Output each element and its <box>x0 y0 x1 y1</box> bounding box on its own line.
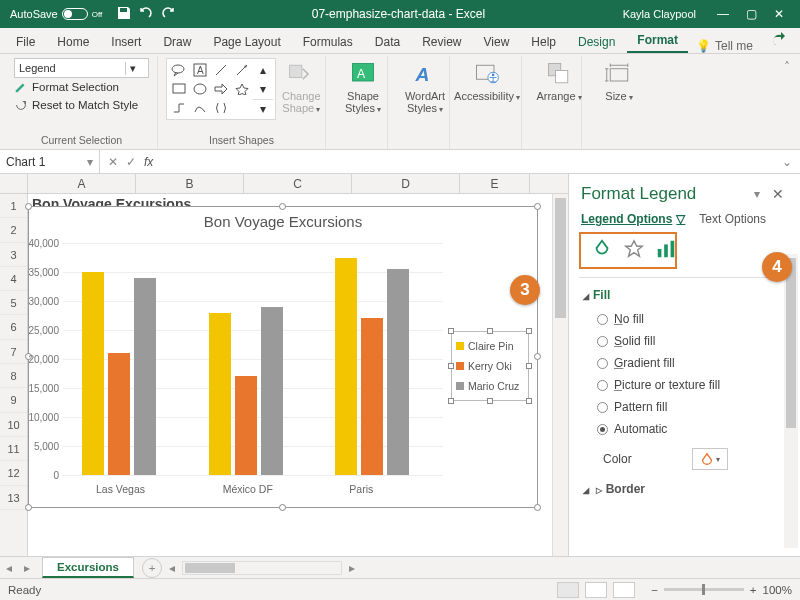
accessibility-button[interactable]: Accessibility <box>458 58 516 102</box>
sheet-nav-next-icon[interactable]: ▸ <box>18 561 36 575</box>
page-layout-view-icon[interactable] <box>585 582 607 598</box>
shape-arrow-icon[interactable] <box>232 61 252 79</box>
chart-element-dropdown[interactable]: Legend ▾ <box>14 58 149 78</box>
fill-option-radio[interactable]: Solid fill <box>583 330 786 352</box>
pane-tab-text-options[interactable]: Text Options <box>699 212 766 226</box>
cancel-formula-icon[interactable]: ✕ <box>108 155 118 169</box>
save-icon[interactable] <box>116 5 132 24</box>
legend-options-icon[interactable] <box>655 238 677 263</box>
gallery-more-icon[interactable]: ▾ <box>253 99 273 117</box>
row-header[interactable]: 5 <box>0 291 27 315</box>
col-header[interactable]: B <box>136 174 244 193</box>
shape-elbow-icon[interactable] <box>169 99 189 117</box>
plot-area[interactable] <box>63 243 443 475</box>
fill-option-radio[interactable]: Picture or texture fill <box>583 374 786 396</box>
bar[interactable] <box>335 258 357 476</box>
shape-oval-callout-icon[interactable] <box>169 61 189 79</box>
row-header[interactable]: 7 <box>0 340 27 364</box>
row-header[interactable]: 9 <box>0 388 27 412</box>
row-header[interactable]: 6 <box>0 315 27 339</box>
legend-item[interactable]: Mario Cruz <box>456 376 524 396</box>
pane-section-fill[interactable]: Fill <box>583 284 786 308</box>
minimize-icon[interactable]: — <box>716 7 730 21</box>
legend-item[interactable]: Claire Pin <box>456 336 524 356</box>
sheet-tab-excursions[interactable]: Excursions <box>42 557 134 578</box>
col-header[interactable]: A <box>28 174 136 193</box>
shape-textbox-icon[interactable]: A <box>190 61 210 79</box>
vertical-scrollbar[interactable] <box>552 194 568 556</box>
shape-brace-icon[interactable] <box>211 99 231 117</box>
tab-insert[interactable]: Insert <box>101 30 151 53</box>
pane-menu-icon[interactable]: ▾ <box>754 187 760 201</box>
row-header[interactable]: 8 <box>0 364 27 388</box>
tab-file[interactable]: File <box>6 30 45 53</box>
tab-help[interactable]: Help <box>521 30 566 53</box>
bar[interactable] <box>235 376 257 475</box>
fill-option-radio[interactable]: No fill <box>583 308 786 330</box>
tab-format[interactable]: Format <box>627 28 688 53</box>
row-header[interactable]: 11 <box>0 437 27 461</box>
pane-scrollbar[interactable] <box>784 254 798 548</box>
tab-pagelayout[interactable]: Page Layout <box>203 30 290 53</box>
bar[interactable] <box>387 269 409 475</box>
zoom-slider[interactable] <box>664 588 744 591</box>
col-header[interactable]: D <box>352 174 460 193</box>
fill-option-radio[interactable]: Automatic <box>583 418 786 440</box>
user-name[interactable]: Kayla Claypool <box>613 8 706 20</box>
bar[interactable] <box>108 353 130 475</box>
shape-rightarrow-icon[interactable] <box>211 80 231 98</box>
reset-style-button[interactable]: Reset to Match Style <box>14 96 149 114</box>
bar[interactable] <box>209 313 231 475</box>
worksheet[interactable]: A B C D E 1 2 3 4 5 6 7 8 9 10 11 12 13 … <box>0 174 568 556</box>
zoom-value[interactable]: 100% <box>763 584 792 596</box>
select-all-corner[interactable] <box>0 174 28 193</box>
fill-line-icon[interactable] <box>591 238 613 263</box>
embedded-chart[interactable]: Bon Voyage Excursions 05,00010,00015,000… <box>28 206 538 508</box>
legend-item[interactable]: Kerry Oki <box>456 356 524 376</box>
row-header[interactable]: 10 <box>0 413 27 437</box>
shape-freeform-icon[interactable] <box>190 99 210 117</box>
col-header[interactable]: E <box>460 174 530 193</box>
share-button[interactable] <box>762 26 794 53</box>
redo-icon[interactable] <box>160 5 176 24</box>
sheet-nav-prev-icon[interactable]: ◂ <box>0 561 18 575</box>
col-header[interactable]: C <box>244 174 352 193</box>
shape-star-icon[interactable] <box>232 80 252 98</box>
row-header[interactable]: 4 <box>0 267 27 291</box>
tab-design[interactable]: Design <box>568 30 625 53</box>
chart-title[interactable]: Bon Voyage Excursions <box>29 207 537 232</box>
tab-view[interactable]: View <box>474 30 520 53</box>
bar[interactable] <box>82 272 104 475</box>
close-icon[interactable]: ✕ <box>772 7 786 21</box>
bar[interactable] <box>361 318 383 475</box>
shape-rect-icon[interactable] <box>169 80 189 98</box>
normal-view-icon[interactable] <box>557 582 579 598</box>
tab-formulas[interactable]: Formulas <box>293 30 363 53</box>
row-header[interactable]: 12 <box>0 461 27 485</box>
maximize-icon[interactable]: ▢ <box>744 7 758 21</box>
collapse-ribbon-icon[interactable]: ˄ <box>780 56 794 149</box>
effects-icon[interactable] <box>623 238 645 263</box>
name-box[interactable]: Chart 1 ▾ <box>0 150 100 173</box>
zoom-in-icon[interactable]: + <box>750 584 757 596</box>
tab-review[interactable]: Review <box>412 30 471 53</box>
tab-home[interactable]: Home <box>47 30 99 53</box>
pane-section-border[interactable]: ▷ Border <box>583 478 786 502</box>
zoom-out-icon[interactable]: − <box>651 584 658 596</box>
autosave-toggle[interactable]: AutoSave Off <box>4 8 108 20</box>
row-header[interactable]: 2 <box>0 218 27 242</box>
pane-close-icon[interactable]: ✕ <box>768 186 788 202</box>
tell-me[interactable]: 💡 Tell me <box>696 39 753 53</box>
format-selection-button[interactable]: Format Selection <box>14 78 149 96</box>
arrange-button[interactable]: Arrange <box>530 58 588 102</box>
new-sheet-button[interactable]: + <box>142 558 162 578</box>
shape-oval-icon[interactable] <box>190 80 210 98</box>
shapes-gallery[interactable]: A ▴ ▾ ▾ <box>166 58 276 120</box>
fx-icon[interactable]: fx <box>144 155 153 169</box>
enter-formula-icon[interactable]: ✓ <box>126 155 136 169</box>
chart-legend[interactable]: Claire PinKerry OkiMario Cruz <box>451 331 529 401</box>
gallery-up-icon[interactable]: ▴ <box>253 61 273 79</box>
expand-formula-bar-icon[interactable]: ⌄ <box>774 155 800 169</box>
row-header[interactable]: 1 <box>0 194 27 218</box>
color-picker-button[interactable]: ▾ <box>692 448 728 470</box>
